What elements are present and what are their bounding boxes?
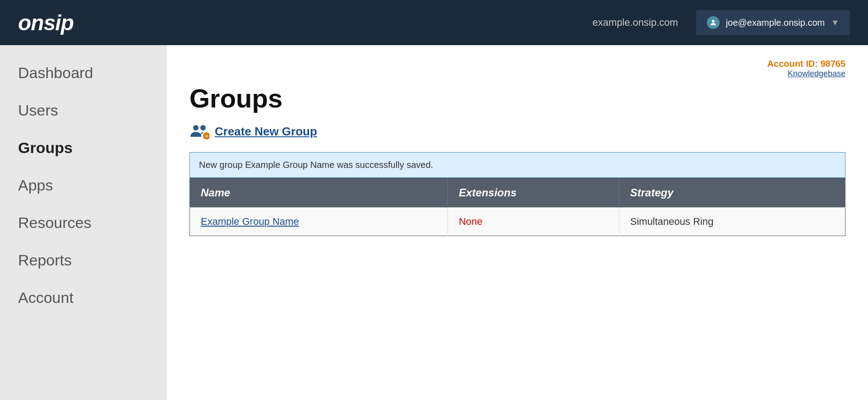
header: onsip example.onsip.com joe@example.onsi… [0, 0, 868, 45]
header-right: example.onsip.com joe@example.onsip.com … [592, 10, 850, 35]
sidebar-item-dashboard[interactable]: Dashboard [0, 54, 167, 92]
knowledgebase-link[interactable]: Knowledgebase [189, 69, 845, 79]
svg-point-0 [712, 20, 715, 23]
table-row: Example Group NameNoneSimultaneous Ring [190, 208, 845, 236]
success-message: New group Example Group Name was success… [189, 152, 845, 178]
account-info: Account ID: 98765 Knowledgebase [189, 59, 845, 79]
main-content: Account ID: 98765 Knowledgebase Groups +… [167, 45, 868, 400]
sidebar: Dashboard Users Groups Apps Resources Re… [0, 45, 167, 400]
layout: Dashboard Users Groups Apps Resources Re… [0, 45, 868, 400]
svg-text:+: + [205, 133, 208, 140]
group-name-cell[interactable]: Example Group Name [190, 208, 448, 236]
create-new-group-button[interactable]: + Create New Group [189, 123, 845, 140]
create-group-icon: + [189, 123, 209, 140]
sidebar-item-apps[interactable]: Apps [0, 167, 167, 204]
user-email: joe@example.onsip.com [726, 18, 825, 28]
header-domain: example.onsip.com [592, 17, 678, 28]
sidebar-item-users[interactable]: Users [0, 92, 167, 129]
svg-point-2 [200, 125, 206, 130]
group-extensions-cell: None [448, 208, 619, 236]
sidebar-item-account[interactable]: Account [0, 279, 167, 316]
column-header-name: Name [190, 178, 448, 208]
sidebar-item-reports[interactable]: Reports [0, 242, 167, 279]
group-name-link[interactable]: Example Group Name [201, 216, 299, 227]
sidebar-item-resources[interactable]: Resources [0, 204, 167, 242]
page-title: Groups [189, 83, 845, 113]
groups-table: Name Extensions Strategy Example Group N… [189, 178, 845, 236]
column-header-strategy: Strategy [619, 178, 845, 208]
user-avatar-icon [707, 16, 720, 29]
user-menu[interactable]: joe@example.onsip.com ▼ [696, 10, 850, 35]
logo: onsip [18, 10, 74, 35]
column-header-extensions: Extensions [448, 178, 619, 208]
chevron-down-icon: ▼ [831, 18, 839, 28]
create-group-label[interactable]: Create New Group [215, 125, 317, 139]
group-strategy-cell: Simultaneous Ring [619, 208, 845, 236]
sidebar-item-groups[interactable]: Groups [0, 129, 167, 167]
table-header-row: Name Extensions Strategy [190, 178, 845, 208]
account-id: Account ID: 98765 [767, 59, 845, 69]
svg-point-1 [193, 125, 199, 130]
